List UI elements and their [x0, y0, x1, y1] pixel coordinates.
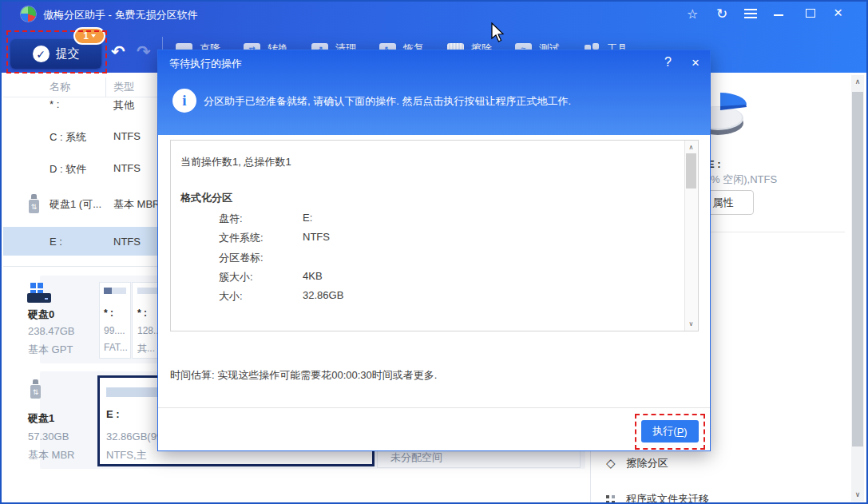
- field-value: 32.86GB: [303, 289, 343, 301]
- disk-size: 57.30GB: [28, 431, 69, 442]
- disk-layout: 基本 MBR: [28, 448, 75, 462]
- pending-operations-dialog: 等待执行的操作 ? × i 分区助手已经准备就绪, 请确认下面的操作. 然后点击…: [157, 50, 711, 451]
- disk-name[interactable]: 硬盘0: [28, 308, 54, 322]
- scroll-down-icon[interactable]: ∨: [685, 320, 697, 327]
- table-row-type[interactable]: 基本 MBR: [113, 197, 161, 212]
- favorite-star-icon[interactable]: ☆: [687, 6, 698, 22]
- scroll-down-icon[interactable]: ∨: [851, 490, 864, 498]
- partition-label: * :: [137, 308, 147, 319]
- partition-label: * :: [104, 308, 113, 319]
- info-icon: i: [172, 89, 196, 113]
- field-label: 文件系统:: [219, 231, 264, 245]
- partition-label: E :: [106, 408, 120, 420]
- execute-highlight-box: [635, 414, 705, 450]
- app-logo-icon: [21, 6, 36, 22]
- dialog-close-icon[interactable]: ×: [692, 55, 700, 71]
- mouse-cursor: [490, 22, 505, 43]
- footer-divider: [158, 407, 710, 408]
- usb-drive-icon: ⇅: [30, 379, 41, 399]
- usb-drive-icon: ⇅: [29, 193, 39, 214]
- column-divider: [105, 77, 106, 97]
- field-label: 盘符:: [219, 212, 243, 226]
- scroll-up-icon[interactable]: ∧: [685, 144, 697, 151]
- unallocated-label: 未分配空间: [390, 450, 442, 465]
- undo-icon[interactable]: ↶: [111, 42, 125, 62]
- partition-fs: 其...: [137, 342, 155, 355]
- table-row-name[interactable]: C : 系统: [50, 130, 86, 145]
- header-underline: [3, 97, 163, 97]
- disk-name[interactable]: 硬盘1: [28, 411, 54, 426]
- field-label: 大小:: [219, 289, 243, 304]
- disk-icon: [27, 283, 53, 304]
- partition-fs: NTFS,主: [106, 448, 147, 462]
- menu-item-wipe-partition[interactable]: ◇ 擦除分区: [606, 456, 668, 470]
- menu-label: 擦除分区: [627, 456, 668, 470]
- field-value: E:: [303, 212, 312, 224]
- scroll-up-icon[interactable]: ∧: [851, 77, 864, 85]
- partition-size: 99....: [104, 325, 125, 336]
- list-scrollbar[interactable]: ∧ ∨: [684, 141, 698, 331]
- menu-icon[interactable]: [744, 9, 757, 10]
- operations-summary: 当前操作数1, 总操作数1: [180, 155, 291, 169]
- refresh-icon[interactable]: ↻: [716, 6, 727, 22]
- submit-highlight-box: [6, 30, 107, 73]
- table-row-name[interactable]: D : 软件: [50, 162, 86, 177]
- maximize-button[interactable]: [806, 9, 815, 18]
- close-button[interactable]: ×: [834, 4, 842, 22]
- table-row-type[interactable]: 其他: [113, 98, 134, 113]
- dialog-title: 等待执行的操作: [169, 57, 242, 71]
- help-icon[interactable]: ?: [664, 55, 672, 69]
- field-value: NTFS: [303, 231, 330, 243]
- minimize-button[interactable]: [774, 14, 783, 16]
- disk-layout: 基本 GPT: [28, 343, 73, 357]
- scrollbar-thumb[interactable]: [686, 153, 696, 189]
- wipe-icon: ◇: [606, 456, 616, 470]
- table-row-name[interactable]: E :: [50, 236, 62, 248]
- time-estimate: 时间估算: 实现这些操作可能需要花00:00:30时间或者更多.: [170, 368, 437, 383]
- scrollbar-thumb[interactable]: [852, 92, 863, 446]
- column-header-type[interactable]: 类型: [113, 80, 134, 94]
- panel-scrollbar[interactable]: ∧ ∨: [851, 75, 864, 502]
- table-row-type[interactable]: NTFS: [113, 162, 141, 174]
- partition-fs: FAT...: [104, 342, 128, 353]
- properties-label: 属性: [713, 196, 734, 210]
- table-row-name[interactable]: * :: [50, 98, 59, 110]
- operation-name: 格式化分区: [180, 191, 232, 205]
- table-row-type[interactable]: NTFS: [113, 130, 141, 142]
- disk-size: 238.47GB: [28, 325, 75, 337]
- operations-list[interactable]: ∧ ∨ 当前操作数1, 总操作数1 格式化分区 盘符: E: 文件系统: NTF…: [170, 140, 699, 331]
- table-row-name[interactable]: 硬盘1 (可...: [50, 197, 101, 212]
- field-label: 簇大小:: [219, 270, 253, 284]
- field-value: 4KB: [303, 270, 323, 282]
- menu-label: 程序或文件夹迁移: [626, 492, 709, 504]
- redo-icon[interactable]: ↷: [137, 42, 151, 62]
- app-mover-icon: [606, 495, 615, 504]
- app-window: 傲梅分区助手 - 免费无损分区软件 ☆ ↻ × ✓ 提交 1 ↶ ↷ → 克隆 …: [0, 0, 868, 504]
- window-title: 傲梅分区助手 - 免费无损分区软件: [43, 8, 198, 22]
- menu-item-app-mover[interactable]: 程序或文件夹迁移: [606, 492, 709, 504]
- field-label: 分区卷标:: [219, 251, 264, 265]
- table-row-type[interactable]: NTFS: [113, 236, 141, 248]
- column-header-name[interactable]: 名称: [50, 80, 70, 94]
- dialog-info-text: 分区助手已经准备就绪, 请确认下面的操作. 然后点击执行按钮让程序正式地工作.: [204, 94, 571, 109]
